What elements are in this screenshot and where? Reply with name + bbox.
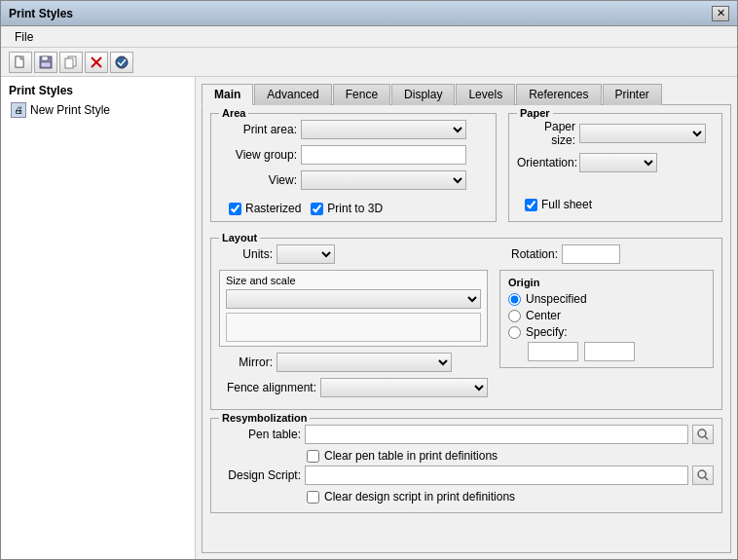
full-sheet-checkbox-row: Full sheet <box>517 198 714 211</box>
view-select[interactable] <box>301 170 466 190</box>
rasterized-label: Rasterized <box>245 202 301 215</box>
layout-section: Layout Units: Size and scale <box>210 238 722 410</box>
design-script-browse-btn[interactable] <box>692 466 714 485</box>
svg-point-9 <box>698 429 706 437</box>
print-styles-window: Print Styles ✕ File <box>0 0 738 560</box>
print-to-3d-label: Print to 3D <box>327 202 383 215</box>
pen-table-row: Pen table: <box>219 425 714 444</box>
print-to-3d-checkbox-row: Print to 3D <box>311 202 383 215</box>
full-sheet-label: Full sheet <box>541 198 592 211</box>
paper-size-row: Paper size: <box>517 120 714 147</box>
fence-alignment-row: Fence alignment: <box>219 378 488 397</box>
tab-printer[interactable]: Printer <box>603 84 662 105</box>
menu-bar: File <box>1 26 737 48</box>
paper-section-label: Paper <box>517 107 553 119</box>
view-label: View: <box>219 173 297 187</box>
orientation-row: Orientation: <box>517 153 714 172</box>
svg-rect-2 <box>42 56 48 60</box>
resymbolization-section: Resymbolization Pen table: <box>210 418 722 513</box>
resymbolization-label: Resymbolization <box>219 412 310 424</box>
origin-box: Origin Unspecified Center <box>499 270 714 368</box>
clear-design-script-checkbox[interactable] <box>307 491 319 504</box>
svg-rect-5 <box>65 58 73 68</box>
specify-inputs <box>508 342 705 361</box>
full-sheet-checkbox[interactable] <box>525 199 537 211</box>
toolbar-copy-btn[interactable] <box>59 52 83 73</box>
size-scale-select[interactable] <box>226 289 481 309</box>
unspecified-radio-row: Unspecified <box>508 292 705 306</box>
design-script-label: Design Script: <box>219 468 301 482</box>
svg-line-10 <box>705 436 708 439</box>
units-select[interactable] <box>277 244 335 264</box>
toolbar-ok-btn[interactable] <box>110 52 133 73</box>
print-area-select[interactable] <box>301 120 466 139</box>
center-radio[interactable] <box>508 310 521 322</box>
window-title: Print Styles <box>9 7 73 20</box>
pen-table-input[interactable] <box>305 425 688 444</box>
specify-y-input[interactable] <box>584 342 635 361</box>
view-group-input[interactable] <box>301 145 466 165</box>
sidebar-title: Print Styles <box>5 81 191 100</box>
mirror-select[interactable] <box>277 353 452 372</box>
design-script-row: Design Script: <box>219 466 714 485</box>
units-row: Units: <box>219 244 488 264</box>
size-scale-box: Size and scale <box>219 270 488 347</box>
tab-fence[interactable]: Fence <box>333 84 390 105</box>
clear-pen-table-checkbox[interactable] <box>307 450 319 463</box>
mirror-label: Mirror: <box>219 355 273 369</box>
tabs: Main Advanced Fence Display Levels Refer… <box>202 83 731 104</box>
mirror-row: Mirror: <box>219 353 488 372</box>
clear-design-script-row: Clear design script in print definitions <box>219 490 714 504</box>
svg-point-11 <box>698 470 706 478</box>
svg-point-8 <box>116 56 128 68</box>
pen-table-browse-btn[interactable] <box>692 425 714 444</box>
center-label: Center <box>526 309 561 322</box>
layout-section-label: Layout <box>219 232 260 243</box>
fence-alignment-label: Fence alignment: <box>219 381 316 394</box>
print-to-3d-checkbox[interactable] <box>311 203 323 215</box>
area-section-label: Area <box>219 107 248 119</box>
rotation-row: Rotation: <box>499 244 714 264</box>
toolbar-new-btn[interactable] <box>9 52 32 73</box>
design-script-input[interactable] <box>305 466 688 485</box>
unspecified-label: Unspecified <box>526 292 587 306</box>
paper-section: Paper Paper size: Orientation: <box>508 113 722 222</box>
origin-label: Origin <box>508 277 705 288</box>
specify-x-input[interactable] <box>528 342 578 361</box>
svg-line-12 <box>705 477 708 480</box>
specify-radio-row: Specify: <box>508 325 705 339</box>
clear-design-script-label: Clear design script in print definitions <box>324 490 515 504</box>
tab-references[interactable]: References <box>516 84 601 105</box>
right-panel: Main Advanced Fence Display Levels Refer… <box>196 77 737 559</box>
tab-advanced[interactable]: Advanced <box>254 84 331 105</box>
svg-rect-3 <box>41 62 51 67</box>
menu-file[interactable]: File <box>9 28 39 46</box>
sidebar: Print Styles 🖨 New Print Style <box>1 77 196 559</box>
close-button[interactable]: ✕ <box>712 6 729 21</box>
title-bar: Print Styles ✕ <box>1 1 737 26</box>
tab-main[interactable]: Main <box>202 84 253 105</box>
tab-display[interactable]: Display <box>391 84 455 105</box>
rotation-input[interactable] <box>562 244 620 264</box>
specify-radio[interactable] <box>508 326 521 339</box>
tab-levels[interactable]: Levels <box>456 84 515 105</box>
fence-alignment-select[interactable] <box>320 378 488 397</box>
center-radio-row: Center <box>508 309 705 322</box>
rasterized-checkbox-row: Rasterized <box>229 202 301 215</box>
unspecified-radio[interactable] <box>508 293 521 306</box>
orientation-select[interactable] <box>579 153 657 172</box>
size-scale-label: Size and scale <box>226 275 481 286</box>
toolbar-save-btn[interactable] <box>34 52 57 73</box>
specify-label: Specify: <box>526 325 568 339</box>
paper-size-label: Paper size: <box>517 120 575 147</box>
toolbar-delete-btn[interactable] <box>85 52 108 73</box>
sidebar-item-new-print-style[interactable]: 🖨 New Print Style <box>5 100 191 120</box>
print-style-icon: 🖨 <box>11 102 26 118</box>
pen-table-label: Pen table: <box>219 428 301 441</box>
sidebar-item-label: New Print Style <box>30 103 110 117</box>
paper-size-select[interactable] <box>579 124 706 143</box>
toolbar <box>1 48 737 77</box>
view-row: View: <box>219 170 488 190</box>
rasterized-checkbox[interactable] <box>229 203 241 215</box>
units-label: Units: <box>219 247 273 261</box>
